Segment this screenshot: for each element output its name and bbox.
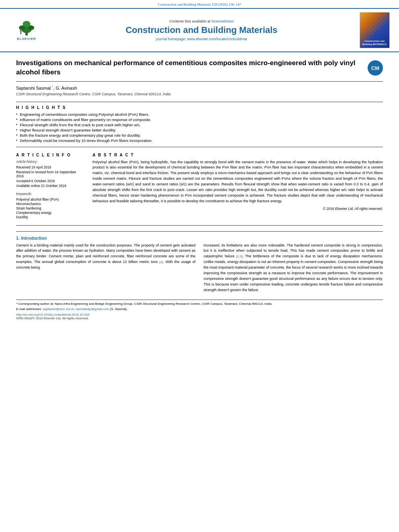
- journal-cover-area: Construction and Building MATERIALS: [356, 12, 393, 48]
- cover-text: Construction and Building MATERIALS: [362, 40, 388, 46]
- issn-line: 0950-0618/© 2016 Elsevier Ltd. All right…: [16, 316, 383, 320]
- elsevier-name: ELSEVIER: [17, 37, 36, 41]
- keywords-section: Keywords: Polyvinyl alcohol fiber (PVA) …: [16, 192, 84, 219]
- doi-link[interactable]: http://dx.doi.org/10.1016/j.conbuildmat.…: [16, 313, 89, 316]
- email-1[interactable]: saptarshi@serc.res.in: [43, 307, 74, 311]
- bullet-icon: •: [16, 133, 17, 137]
- article-info-abstract-section: A R T I C L E I N F O Article history: R…: [16, 153, 383, 226]
- article-info-heading: A R T I C L E I N F O: [16, 153, 84, 157]
- svg-rect-6: [20, 32, 22, 34]
- corresponding-author-footnote: * Corresponding author at: Nano-Infra En…: [16, 302, 383, 306]
- highlights-list: • Engineering of cementitious composites…: [16, 112, 383, 143]
- copyright-line: © 2016 Elsevier Ltd. All rights reserved…: [93, 207, 383, 211]
- highlight-item-1: • Engineering of cementitious composites…: [16, 112, 383, 117]
- revised-text: Received in revised form 16 September 20…: [16, 170, 76, 178]
- article-title: Investigations on mechanical performance…: [16, 59, 363, 77]
- highlights-heading: H I G H L I G H T S: [16, 105, 383, 110]
- ref-2-3: [2,3]: [236, 255, 243, 258]
- svg-point-5: [20, 29, 22, 32]
- article-content: Investigations on mechanical performance…: [0, 52, 399, 327]
- svg-text:CM: CM: [371, 65, 379, 71]
- keyword-1: Polyvinyl alcohol fiber (PVA): [16, 197, 84, 201]
- journal-ref-bar: Construction and Building Materials 128 …: [0, 0, 399, 8]
- bullet-icon: •: [16, 123, 17, 127]
- available-date: Available online 21 October 2016: [16, 184, 84, 188]
- contents-label: Contents lists available at: [169, 19, 210, 23]
- highlight-text-6: Deformability could be increased by 10 t…: [20, 138, 152, 143]
- keyword-3: Strain hardening: [16, 206, 84, 210]
- highlight-item-3: • Flexural strength shifts from the firs…: [16, 123, 383, 127]
- affiliation: CSIR-Structural Engineering Research Cen…: [16, 92, 383, 96]
- email-footnote: E-mail addresses: saptarshi@serc.res.in,…: [16, 307, 383, 311]
- history-label: Article history:: [16, 160, 84, 164]
- highlight-text-5: Both the fracture energy and complementa…: [20, 133, 141, 138]
- intro-col1: Cement is a binding material mainly used…: [16, 243, 195, 296]
- elsevier-logo-area: ELSEVIER: [6, 20, 47, 41]
- bullet-icon: •: [16, 138, 17, 142]
- highlight-item-2: • Influence of matrix constituents and f…: [16, 117, 383, 122]
- crossmark-icon: CM: [368, 60, 383, 76]
- highlight-text-2: Influence of matrix constituents and fib…: [20, 117, 151, 122]
- highlight-text-1: Engineering of cementitious composites u…: [20, 112, 149, 117]
- science-direct-link[interactable]: ScienceDirect: [212, 19, 234, 23]
- keyword-2: Micromechanics: [16, 202, 84, 206]
- highlight-item-6: • Deformability could be increased by 10…: [16, 138, 383, 143]
- footnote-section: * Corresponding author at: Nano-Infra En…: [16, 300, 383, 320]
- doi-line[interactable]: http://dx.doi.org/10.1016/j.conbuildmat.…: [16, 313, 383, 316]
- keyword-5: Ductility: [16, 215, 84, 219]
- intro-col2-p1: increased, its limitations are also more…: [204, 243, 383, 293]
- journal-cover-thumbnail: Construction and Building MATERIALS: [360, 12, 390, 48]
- elsevier-logo: ELSEVIER: [14, 20, 39, 41]
- science-direct-line: Contents lists available at ScienceDirec…: [47, 19, 356, 23]
- bullet-icon: •: [16, 117, 17, 121]
- elsevier-tree-icon: [14, 20, 39, 36]
- keyword-4: Complementary energy: [16, 211, 84, 215]
- ref-1: [1]: [159, 260, 163, 264]
- introduction-section: 1. Introduction Cement is a binding mate…: [16, 231, 383, 296]
- intro-col1-p1: Cement is a binding material mainly used…: [16, 243, 195, 271]
- abstract-text: Polyvinyl alcohol fiber (PVA), being hyd…: [93, 160, 383, 205]
- revised-date: Received in revised form 16 September 20…: [16, 170, 84, 178]
- highlight-item-4: • Higher flexural strength doesn't guara…: [16, 128, 383, 132]
- intro-col2: increased, its limitations are also more…: [204, 243, 383, 296]
- email-label: E-mail addresses:: [16, 307, 42, 311]
- journal-header: ELSEVIER Contents lists available at Sci…: [0, 8, 399, 52]
- authors-line: Saptarshi Sasmal *, G. Avinash: [16, 85, 383, 90]
- article-info-column: A R T I C L E I N F O Article history: R…: [16, 153, 84, 220]
- svg-point-4: [23, 21, 30, 27]
- email-suffix: (S. Sasmal).: [110, 307, 128, 311]
- authors-text: Saptarshi Sasmal *, G. Avinash: [16, 86, 77, 90]
- homepage-link[interactable]: journal homepage: www.elsevier.com/locat…: [156, 37, 247, 41]
- highlights-section: H I G H L I G H T S • Engineering of cem…: [16, 102, 383, 147]
- abstract-heading: A B S T R A C T: [93, 153, 383, 157]
- journal-title: Construction and Building Materials: [47, 25, 356, 35]
- highlight-text-4: Higher flexural strength doesn't guarant…: [20, 128, 116, 132]
- article-title-section: Investigations on mechanical performance…: [16, 59, 383, 82]
- highlight-item-5: • Both the fracture energy and complemen…: [16, 133, 383, 138]
- bullet-icon: •: [16, 128, 17, 132]
- highlight-text-3: Flexural strength shifts from the first …: [20, 123, 141, 127]
- received-date: Received 19 April 2016: [16, 165, 84, 169]
- accepted-date: Accepted 6 October 2016: [16, 179, 84, 183]
- bullet-icon: •: [16, 112, 17, 116]
- intro-heading: 1. Introduction: [16, 236, 383, 240]
- page: Construction and Building Materials 128 …: [0, 0, 399, 532]
- journal-ref-text: Construction and Building Materials 128 …: [158, 2, 241, 6]
- intro-body: Cement is a binding material mainly used…: [16, 243, 383, 296]
- article-history: Article history: Received 19 April 2016 …: [16, 160, 84, 188]
- journal-header-center: Contents lists available at ScienceDirec…: [47, 19, 356, 41]
- abstract-column: A B S T R A C T Polyvinyl alcohol fiber …: [93, 153, 383, 220]
- journal-homepage: journal homepage: www.elsevier.com/locat…: [47, 37, 356, 41]
- keywords-label: Keywords:: [16, 192, 84, 196]
- email-2[interactable]: sasmalsap@gmail.com: [76, 307, 109, 311]
- crossmark-badge[interactable]: CM: [368, 60, 383, 76]
